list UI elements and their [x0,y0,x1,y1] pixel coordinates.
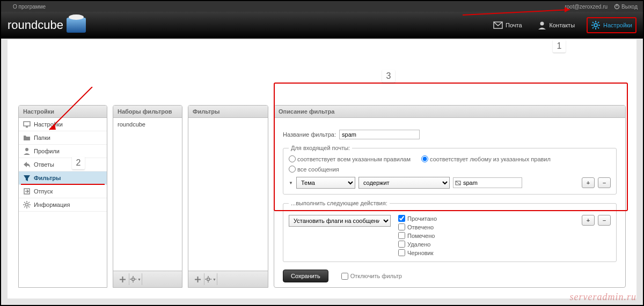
gear-icon [130,276,137,283]
sidebar-item-5[interactable]: Отпуск [19,185,107,198]
add-filter-button[interactable] [192,273,204,285]
about-link[interactable]: О программе [13,4,46,10]
cond-field-select[interactable]: Тема [296,177,355,189]
svg-line-25 [24,206,25,207]
topbar: О программе root@zeroxzed.ru Выход [1,1,643,12]
annotation-2: 2 [72,156,85,169]
power-icon [614,4,620,10]
svg-point-3 [540,22,544,26]
sidebar-item-label: Отпуск [34,188,53,195]
radio-any[interactable]: соответствует любому из указанных правил [421,155,551,162]
disable-filter-checkbox[interactable]: Отключить фильтр [341,273,402,280]
svg-line-23 [28,206,30,207]
filters-panel-header: Фильтры [188,106,268,118]
annotation-3: 3 [382,70,395,83]
sidebar-item-6[interactable]: Информация [19,198,107,212]
flag-3[interactable]: Удалено [398,241,437,248]
save-button[interactable]: Сохранить [283,270,328,282]
filter-form-header: Описание фильтра [274,106,625,118]
add-cond-button[interactable]: + [582,177,595,188]
watermark: serveradmin.ru [570,292,637,303]
set-menu-button[interactable]: ▼ [129,273,142,285]
remove-action-button[interactable]: – [598,215,611,226]
monitor-icon [23,121,31,128]
flag-0[interactable]: Прочитано [398,215,437,222]
export-icon [23,188,31,195]
radio-all[interactable]: соответствует всем указанным правилам [289,155,411,162]
add-action-button[interactable]: + [582,215,595,226]
plus-icon [194,276,201,283]
nav-contacts[interactable]: Контакты [534,18,579,32]
gear-icon [205,276,212,283]
sidebar-item-4[interactable]: Фильтры [19,171,107,185]
sidebar-item-3[interactable]: Ответы [19,158,107,171]
annotation-1: 1 [553,40,566,53]
svg-line-12 [592,27,594,28]
actions-fieldset: ...выполнить следующие действия: Установ… [283,200,617,262]
logout-link[interactable]: Выход [614,4,638,10]
filtersets-panel: Наборы фильтров roundcube ▼ [113,105,182,288]
svg-point-17 [26,204,28,206]
svg-point-4 [594,24,597,27]
sidebar-item-label: Ответы [34,161,54,168]
svg-line-24 [28,202,30,203]
sidebar-item-label: Папки [34,135,50,141]
filtersets-panel-header: Наборы фильтров [113,106,182,118]
sidebar-item-0[interactable]: Настройки [19,118,107,131]
svg-line-9 [592,22,594,23]
action-select[interactable]: Установить флаги на сообщение [289,215,391,227]
gear-icon [23,201,31,208]
actions-legend: ...выполнить следующие действия: [289,200,390,206]
content: Настройки НастройкиПапкиПрофилиОтветыФил… [8,40,636,298]
settings-panel-header: Настройки [19,106,107,118]
cond-op-select[interactable]: содержит [358,177,450,189]
tag-icon [455,180,461,186]
radio-every[interactable]: все сообщения [289,166,339,173]
sidebar-item-label: Профили [34,148,60,154]
sidebar-item-label: Настройки [34,121,63,128]
reply-icon [23,161,31,168]
settings-panel: Настройки НастройкиПапкиПрофилиОтветыФил… [18,105,107,288]
sidebar-item-label: Информация [34,201,70,208]
header: roundcube Почта Контакты Настройки [1,12,643,39]
svg-rect-14 [26,126,28,128]
logo: roundcube [8,18,86,33]
remove-cond-button[interactable]: – [598,177,611,188]
svg-point-28 [132,278,135,280]
flag-4[interactable]: Черновик [398,249,437,256]
filter-form-panel: Описание фильтра Название фильтра: Для в… [274,105,626,288]
main-nav: Почта Контакты Настройки [481,17,636,33]
user-label: root@zeroxzed.ru [565,4,608,10]
svg-rect-34 [195,279,201,280]
flag-2[interactable]: Помечено [398,232,437,239]
svg-point-35 [207,278,210,280]
svg-line-22 [24,202,25,203]
nav-mail[interactable]: Почта [490,18,525,32]
gear-icon [591,20,601,30]
filter-name-label: Название фильтра: [283,131,336,138]
plus-icon [119,276,126,283]
rules-legend: Для входящей почты: [289,145,352,151]
rules-fieldset: Для входящей почты: соответствует всем у… [283,145,617,195]
svg-rect-13 [24,122,30,126]
sidebar-item-label: Фильтры [34,175,61,181]
folder-icon [23,134,31,141]
svg-rect-1 [617,4,617,6]
add-set-button[interactable] [116,273,129,285]
flag-1[interactable]: Отвечено [398,223,437,230]
filters-panel: Фильтры ▼ [188,105,268,288]
sidebar-item-1[interactable]: Папки [19,131,107,145]
svg-line-11 [598,22,599,23]
svg-line-10 [598,27,599,28]
filter-menu-button[interactable]: ▼ [204,273,217,285]
filter-name-input[interactable] [339,130,420,139]
cond-value-input[interactable] [461,178,520,187]
user-icon [537,20,547,30]
svg-point-15 [25,148,28,151]
sidebar-item-2[interactable]: Профили [19,145,107,158]
envelope-icon [493,20,503,30]
filterset-item-0[interactable]: roundcube [113,118,182,131]
svg-line-41 [456,181,460,185]
nav-settings[interactable]: Настройки [587,17,636,33]
filter-icon [23,174,31,182]
